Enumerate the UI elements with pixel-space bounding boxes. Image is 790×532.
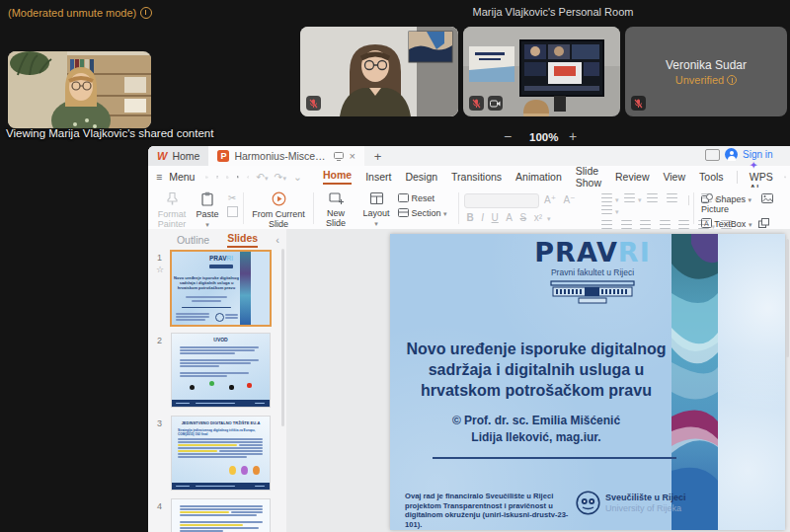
slides-panel: Outline Slides ‹ 1 ☆ PRAVRI Novo uređenj…: [148, 229, 287, 532]
menu-view[interactable]: View: [663, 171, 685, 183]
tab-outline[interactable]: Outline: [177, 234, 209, 246]
flag-star-icon[interactable]: ☆: [156, 265, 164, 274]
tab-slides[interactable]: Slides: [227, 232, 258, 248]
participant-video-tile-veronika[interactable]: Veronika Sudar Unverified: [625, 27, 787, 116]
superscript-button[interactable]: x²: [534, 212, 542, 223]
distribute-icon[interactable]: [678, 220, 689, 229]
print-icon[interactable]: [237, 171, 239, 184]
app-icon-dark: [229, 385, 234, 390]
slide-title: Novo uređenje isporuke digitalnog sadrža…: [398, 339, 674, 401]
viewing-shared-content-label: Viewing Marija Vlajkovic's shared conten…: [6, 127, 213, 139]
menu-home[interactable]: Home: [323, 169, 352, 185]
wps-ribbon: Format Painter Paste▾ ✂ From Current Sli…: [148, 188, 790, 230]
export-pdf-icon[interactable]: [226, 171, 228, 184]
decrease-font-icon[interactable]: A⁻: [563, 194, 575, 205]
menu-transitions[interactable]: Transitions: [451, 171, 502, 183]
italic-button[interactable]: I: [481, 212, 484, 223]
slide-canvas: PRAVRI Pravni fakultet u Rijeci Novo ure…: [286, 229, 790, 532]
participant2-scene: [463, 27, 620, 116]
paste-icon: [200, 191, 214, 206]
participant-name: Veronika Sudar: [666, 58, 747, 72]
increase-font-icon[interactable]: A⁺: [544, 194, 556, 205]
paste-button[interactable]: Paste▾: [192, 191, 223, 229]
panel-scrollbar[interactable]: [281, 249, 284, 426]
slide-number-1: 1: [157, 253, 162, 263]
tab-document[interactable]: P Harmonius-Miscenic-Ilekovic ×: [208, 146, 363, 166]
align-right-icon[interactable]: [640, 220, 651, 229]
text-direction-icon[interactable]: [601, 205, 612, 214]
info-icon[interactable]: [727, 75, 737, 85]
bullets-icon[interactable]: [601, 193, 612, 202]
participant1-scene: [300, 27, 458, 116]
zoom-level[interactable]: 100%: [529, 131, 558, 143]
search-icon[interactable]: [784, 171, 786, 184]
layout-button[interactable]: Layout▾: [356, 191, 396, 228]
canvas-scrollbar[interactable]: [786, 239, 789, 357]
align-center-icon[interactable]: [621, 220, 632, 229]
info-icon[interactable]: [140, 7, 152, 19]
slide-thumbnail-1[interactable]: PRAVRI Novo uređenje isporuke digitalnog…: [170, 250, 272, 327]
sync-icon[interactable]: [247, 171, 249, 184]
decrease-indent-icon[interactable]: [647, 193, 658, 202]
align-left-icon[interactable]: [601, 220, 612, 229]
wps-office-window: W Home P Harmonius-Miscenic-Ilekovic × +…: [148, 146, 790, 532]
close-tab-icon[interactable]: ×: [349, 150, 355, 162]
more-commands-icon[interactable]: ⌄: [293, 171, 302, 183]
divider-line: [433, 457, 676, 459]
thumb2-title: UVOD: [172, 337, 270, 342]
user-avatar[interactable]: [725, 148, 738, 161]
zoom-in-button[interactable]: +: [569, 129, 577, 143]
menu-animation[interactable]: Animation: [515, 171, 562, 183]
section-button[interactable]: Section ▾: [398, 208, 453, 218]
slide-thumbnail-3[interactable]: JEDINSTVENO DIGITALNO TRŽIŠTE EU-A Strat…: [171, 416, 271, 491]
emoji-orange: [253, 466, 260, 475]
textbox-button[interactable]: A TextBox ▾: [701, 219, 751, 229]
collapse-panel-icon[interactable]: ‹: [276, 234, 279, 246]
copy-icon[interactable]: [227, 206, 238, 217]
reset-button[interactable]: Reset: [398, 193, 453, 203]
screen: (Moderated unmute mode) Marija Vlajkovic…: [0, 0, 790, 532]
app-icon-green: [209, 381, 214, 386]
cut-icon[interactable]: ✂: [228, 192, 236, 203]
redo-icon[interactable]: ↷▾: [275, 171, 286, 183]
tab-home[interactable]: W Home: [148, 146, 208, 166]
strikethrough-button[interactable]: S: [519, 212, 526, 223]
menu-insert[interactable]: Insert: [365, 171, 391, 183]
save-icon[interactable]: [216, 171, 218, 184]
account-area: Sign in: [705, 148, 788, 161]
muted-mic-icon: [306, 96, 321, 111]
undo-icon[interactable]: ↶▾: [256, 171, 268, 183]
format-painter-button[interactable]: Format Painter: [154, 191, 190, 229]
current-slide[interactable]: PRAVRI Pravni fakultet u Rijeci Novo ure…: [390, 234, 785, 530]
shapes-button[interactable]: Shapes ▾: [701, 194, 751, 204]
device-icon[interactable]: [705, 149, 720, 161]
font-color-button[interactable]: A: [506, 212, 513, 223]
slide-thumbnail-4[interactable]: [171, 498, 271, 532]
zoom-out-button[interactable]: −: [504, 129, 512, 143]
funding-note: Ovaj rad je financiralo Sveučilište u Ri…: [405, 492, 571, 529]
bold-button[interactable]: B: [467, 212, 474, 223]
open-folder-icon[interactable]: [205, 171, 207, 184]
menu-slide-show[interactable]: Slide Show: [576, 165, 601, 189]
hamburger-icon[interactable]: ≡: [156, 171, 162, 183]
room-title: Marija Vlajkovic's Personal Room: [415, 6, 691, 18]
present-on-screen-icon[interactable]: [334, 152, 344, 161]
slide-thumbnail-2[interactable]: UVOD: [171, 333, 271, 408]
participant-video-tile-marija[interactable]: [300, 27, 458, 116]
menu-tools[interactable]: Tools: [699, 171, 724, 183]
menu-review[interactable]: Review: [615, 171, 649, 183]
increase-indent-icon[interactable]: [667, 193, 677, 202]
mini-building: [209, 265, 233, 268]
participant-video-tile-room[interactable]: [463, 27, 620, 116]
new-tab-button[interactable]: +: [364, 146, 392, 166]
menu-design[interactable]: Design: [405, 171, 437, 183]
slide-right-decoration: [718, 234, 785, 530]
muted-mic-icon: [631, 96, 646, 111]
app-icon-red: [247, 383, 252, 388]
menu-button[interactable]: Menu: [169, 171, 195, 183]
font-name-box[interactable]: [464, 193, 539, 208]
justify-icon[interactable]: [660, 220, 671, 229]
self-video-tile[interactable]: [8, 51, 151, 128]
numbering-icon[interactable]: [624, 193, 635, 202]
underline-button[interactable]: U: [492, 212, 499, 223]
